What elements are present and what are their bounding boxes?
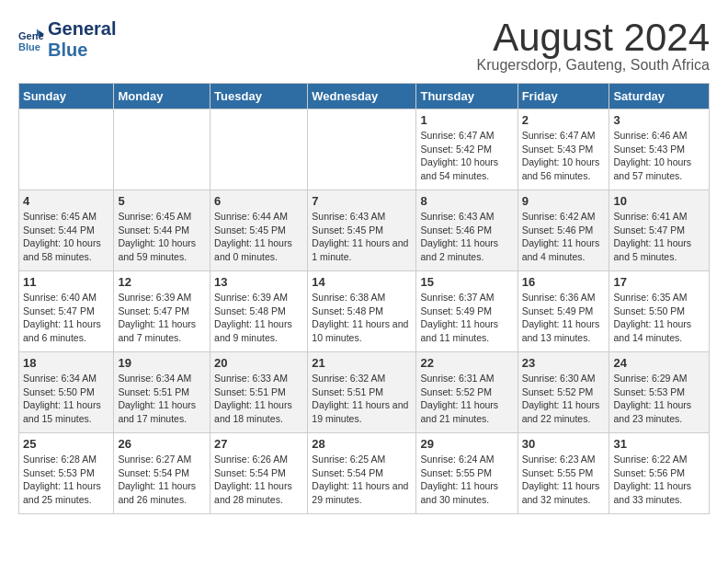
day-cell: 28 Sunrise: 6:25 AMSunset: 5:54 PMDaylig… [308, 433, 416, 514]
day-info: Sunrise: 6:34 AMSunset: 5:51 PMDaylight:… [118, 372, 206, 426]
day-info: Sunrise: 6:32 AMSunset: 5:51 PMDaylight:… [312, 372, 412, 426]
day-number: 30 [522, 437, 606, 451]
day-info: Sunrise: 6:43 AMSunset: 5:45 PMDaylight:… [312, 210, 412, 264]
day-info: Sunrise: 6:40 AMSunset: 5:47 PMDaylight:… [23, 291, 109, 345]
day-number: 5 [118, 194, 206, 208]
day-cell: 2 Sunrise: 6:47 AMSunset: 5:43 PMDayligh… [518, 109, 609, 190]
logo-blue: Blue [48, 40, 116, 61]
day-number: 24 [613, 356, 705, 370]
day-number: 8 [420, 194, 513, 208]
day-number: 6 [214, 194, 303, 208]
day-number: 7 [312, 194, 412, 208]
col-header-sunday: Sunday [19, 84, 114, 109]
logo-icon: General Blue [18, 27, 44, 52]
day-number: 22 [420, 356, 513, 370]
day-info: Sunrise: 6:45 AMSunset: 5:44 PMDaylight:… [23, 210, 109, 264]
calendar-table: SundayMondayTuesdayWednesdayThursdayFrid… [18, 83, 710, 514]
page-header: General Blue General Blue August 2024 Kr… [18, 18, 710, 74]
day-info: Sunrise: 6:26 AMSunset: 5:54 PMDaylight:… [214, 453, 303, 507]
location: Krugersdorp, Gauteng, South Africa [477, 57, 710, 74]
logo: General Blue General Blue [18, 18, 116, 61]
day-number: 18 [23, 356, 109, 370]
day-info: Sunrise: 6:24 AMSunset: 5:55 PMDaylight:… [420, 453, 513, 507]
day-number: 27 [214, 437, 303, 451]
day-cell: 29 Sunrise: 6:24 AMSunset: 5:55 PMDaylig… [416, 433, 518, 514]
day-cell: 25 Sunrise: 6:28 AMSunset: 5:53 PMDaylig… [19, 433, 114, 514]
logo-general: General [48, 18, 116, 40]
col-header-friday: Friday [518, 84, 609, 109]
day-number: 3 [613, 113, 705, 127]
col-header-thursday: Thursday [416, 84, 518, 109]
day-cell: 4 Sunrise: 6:45 AMSunset: 5:44 PMDayligh… [19, 190, 114, 271]
day-number: 19 [118, 356, 206, 370]
day-cell: 10 Sunrise: 6:41 AMSunset: 5:47 PMDaylig… [609, 190, 710, 271]
day-number: 9 [522, 194, 606, 208]
day-cell [308, 109, 416, 190]
day-info: Sunrise: 6:35 AMSunset: 5:50 PMDaylight:… [613, 291, 705, 345]
day-info: Sunrise: 6:29 AMSunset: 5:53 PMDaylight:… [613, 372, 705, 426]
day-info: Sunrise: 6:27 AMSunset: 5:54 PMDaylight:… [118, 453, 206, 507]
week-row-1: 1 Sunrise: 6:47 AMSunset: 5:42 PMDayligh… [19, 109, 710, 190]
week-row-3: 11 Sunrise: 6:40 AMSunset: 5:47 PMDaylig… [19, 271, 710, 352]
day-number: 1 [420, 113, 513, 127]
day-cell: 22 Sunrise: 6:31 AMSunset: 5:52 PMDaylig… [416, 352, 518, 433]
header-row: SundayMondayTuesdayWednesdayThursdayFrid… [19, 84, 710, 109]
day-cell: 9 Sunrise: 6:42 AMSunset: 5:46 PMDayligh… [518, 190, 609, 271]
day-cell [114, 109, 210, 190]
day-cell: 27 Sunrise: 6:26 AMSunset: 5:54 PMDaylig… [210, 433, 308, 514]
day-info: Sunrise: 6:47 AMSunset: 5:43 PMDaylight:… [522, 129, 606, 183]
day-info: Sunrise: 6:34 AMSunset: 5:50 PMDaylight:… [23, 372, 109, 426]
title-block: August 2024 Krugersdorp, Gauteng, South … [477, 18, 710, 74]
day-info: Sunrise: 6:46 AMSunset: 5:43 PMDaylight:… [613, 129, 705, 183]
day-cell: 20 Sunrise: 6:33 AMSunset: 5:51 PMDaylig… [210, 352, 308, 433]
col-header-tuesday: Tuesday [210, 84, 308, 109]
day-cell: 3 Sunrise: 6:46 AMSunset: 5:43 PMDayligh… [609, 109, 710, 190]
day-info: Sunrise: 6:39 AMSunset: 5:47 PMDaylight:… [118, 291, 206, 345]
day-number: 26 [118, 437, 206, 451]
day-cell [210, 109, 308, 190]
day-info: Sunrise: 6:43 AMSunset: 5:46 PMDaylight:… [420, 210, 513, 264]
day-info: Sunrise: 6:41 AMSunset: 5:47 PMDaylight:… [613, 210, 705, 264]
day-info: Sunrise: 6:25 AMSunset: 5:54 PMDaylight:… [312, 453, 412, 507]
day-info: Sunrise: 6:42 AMSunset: 5:46 PMDaylight:… [522, 210, 606, 264]
day-info: Sunrise: 6:33 AMSunset: 5:51 PMDaylight:… [214, 372, 303, 426]
day-info: Sunrise: 6:44 AMSunset: 5:45 PMDaylight:… [214, 210, 303, 264]
day-info: Sunrise: 6:22 AMSunset: 5:56 PMDaylight:… [613, 453, 705, 507]
day-number: 13 [214, 275, 303, 289]
day-info: Sunrise: 6:36 AMSunset: 5:49 PMDaylight:… [522, 291, 606, 345]
day-cell: 23 Sunrise: 6:30 AMSunset: 5:52 PMDaylig… [518, 352, 609, 433]
page-container: General Blue General Blue August 2024 Kr… [0, 0, 728, 523]
svg-text:Blue: Blue [18, 41, 40, 52]
day-info: Sunrise: 6:23 AMSunset: 5:55 PMDaylight:… [522, 453, 606, 507]
day-cell: 6 Sunrise: 6:44 AMSunset: 5:45 PMDayligh… [210, 190, 308, 271]
day-cell: 11 Sunrise: 6:40 AMSunset: 5:47 PMDaylig… [19, 271, 114, 352]
day-number: 29 [420, 437, 513, 451]
day-cell: 14 Sunrise: 6:38 AMSunset: 5:48 PMDaylig… [308, 271, 416, 352]
day-info: Sunrise: 6:28 AMSunset: 5:53 PMDaylight:… [23, 453, 109, 507]
day-cell: 1 Sunrise: 6:47 AMSunset: 5:42 PMDayligh… [416, 109, 518, 190]
day-number: 21 [312, 356, 412, 370]
day-cell: 8 Sunrise: 6:43 AMSunset: 5:46 PMDayligh… [416, 190, 518, 271]
day-cell: 16 Sunrise: 6:36 AMSunset: 5:49 PMDaylig… [518, 271, 609, 352]
day-number: 12 [118, 275, 206, 289]
day-number: 15 [420, 275, 513, 289]
day-number: 31 [613, 437, 705, 451]
day-cell: 15 Sunrise: 6:37 AMSunset: 5:49 PMDaylig… [416, 271, 518, 352]
col-header-saturday: Saturday [609, 84, 710, 109]
day-cell: 21 Sunrise: 6:32 AMSunset: 5:51 PMDaylig… [308, 352, 416, 433]
day-number: 11 [23, 275, 109, 289]
day-cell: 30 Sunrise: 6:23 AMSunset: 5:55 PMDaylig… [518, 433, 609, 514]
day-info: Sunrise: 6:30 AMSunset: 5:52 PMDaylight:… [522, 372, 606, 426]
day-info: Sunrise: 6:39 AMSunset: 5:48 PMDaylight:… [214, 291, 303, 345]
week-row-5: 25 Sunrise: 6:28 AMSunset: 5:53 PMDaylig… [19, 433, 710, 514]
day-cell: 31 Sunrise: 6:22 AMSunset: 5:56 PMDaylig… [609, 433, 710, 514]
day-number: 17 [613, 275, 705, 289]
day-number: 10 [613, 194, 705, 208]
day-cell: 13 Sunrise: 6:39 AMSunset: 5:48 PMDaylig… [210, 271, 308, 352]
week-row-4: 18 Sunrise: 6:34 AMSunset: 5:50 PMDaylig… [19, 352, 710, 433]
day-number: 14 [312, 275, 412, 289]
day-number: 4 [23, 194, 109, 208]
day-info: Sunrise: 6:45 AMSunset: 5:44 PMDaylight:… [118, 210, 206, 264]
day-cell: 19 Sunrise: 6:34 AMSunset: 5:51 PMDaylig… [114, 352, 210, 433]
day-info: Sunrise: 6:37 AMSunset: 5:49 PMDaylight:… [420, 291, 513, 345]
